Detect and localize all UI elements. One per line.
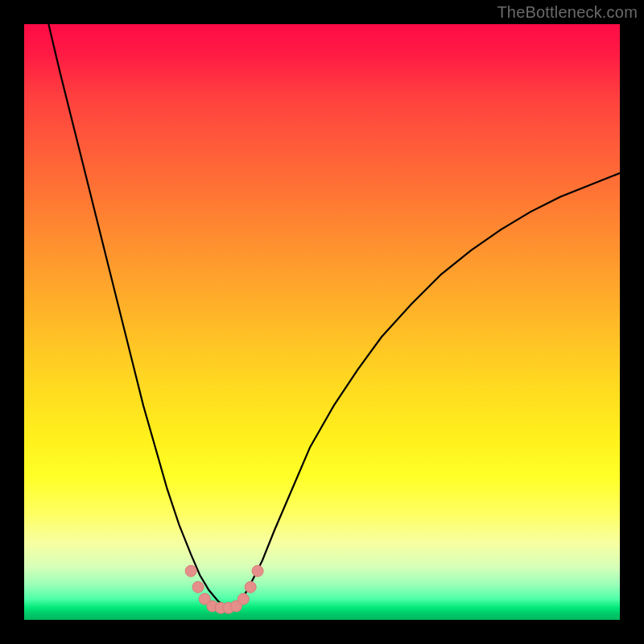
curve-markers [185,565,263,613]
curve-marker [252,565,263,576]
curve-left [48,24,233,608]
curve-marker [245,581,256,592]
curve-marker [192,581,204,592]
curve-right [233,173,620,608]
curve-marker [237,593,249,605]
curve-marker [185,565,196,576]
chart-frame: TheBottleneck.com [0,0,644,644]
plot-area [24,24,620,620]
watermark-text: TheBottleneck.com [497,3,638,22]
bottleneck-curve [24,24,620,620]
